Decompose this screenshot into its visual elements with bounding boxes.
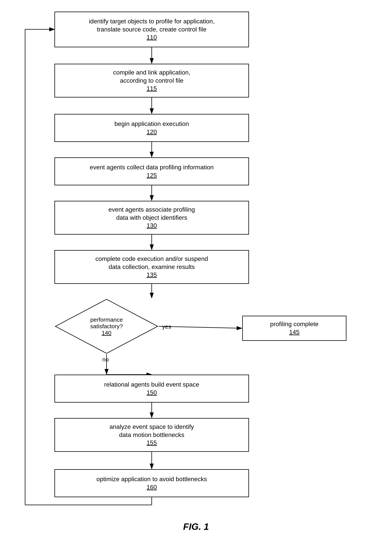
diamond-140: performance satisfactory? 140 — [54, 298, 159, 354]
box-110-line1: identify target objects to profile for a… — [89, 17, 215, 26]
box-135-ref: 135 — [146, 271, 157, 279]
box-110-ref: 110 — [146, 33, 157, 42]
box-120: begin application execution 120 — [54, 114, 249, 142]
box-115-line1: compile and link application, — [113, 69, 190, 77]
box-115: compile and link application, according … — [54, 64, 249, 98]
diamond-140-ref: 140 — [102, 330, 111, 336]
box-155: analyze event space to identify data mot… — [54, 418, 249, 452]
box-160-ref: 160 — [146, 483, 157, 491]
no-label: no — [102, 356, 109, 363]
yes-label: yes — [162, 323, 171, 330]
box-130-line1: event agents associate profiling — [108, 206, 195, 214]
box-150: relational agents build event space 150 — [54, 374, 249, 403]
box-155-line2: data motion bottlenecks — [119, 431, 184, 439]
box-125-ref: 125 — [146, 171, 157, 179]
box-160-line1: optimize application to avoid bottleneck… — [97, 475, 207, 483]
diamond-140-line1: performance — [90, 316, 123, 323]
box-110: identify target objects to profile for a… — [54, 11, 249, 47]
flowchart-container: identify target objects to profile for a… — [0, 0, 392, 521]
box-120-line1: begin application execution — [114, 120, 189, 128]
box-160: optimize application to avoid bottleneck… — [54, 469, 249, 497]
box-120-ref: 120 — [146, 128, 157, 136]
box-130-ref: 130 — [146, 222, 157, 230]
box-115-ref: 115 — [146, 85, 157, 93]
box-145-ref: 145 — [289, 328, 299, 336]
box-135-line2: data collection, examine results — [109, 263, 195, 271]
box-155-ref: 155 — [146, 439, 157, 447]
figure-caption: FIG. 1 — [0, 521, 392, 532]
box-110-line2: translate source code, create control fi… — [97, 26, 206, 34]
box-125-line1: event agents collect data profiling info… — [90, 163, 214, 171]
box-130: event agents associate profiling data wi… — [54, 201, 249, 235]
box-145: profiling complete 145 — [242, 316, 346, 341]
box-150-ref: 150 — [146, 389, 157, 397]
box-145-line1: profiling complete — [270, 320, 319, 328]
diamond-140-line2: satisfactory? — [90, 323, 123, 330]
box-150-line1: relational agents build event space — [104, 381, 199, 389]
box-130-line2: data with object identifiers — [116, 214, 187, 222]
box-155-line1: analyze event space to identify — [109, 423, 194, 431]
box-135-line1: complete code execution and/or suspend — [95, 255, 208, 263]
box-125: event agents collect data profiling info… — [54, 157, 249, 185]
box-115-line2: according to control file — [120, 77, 183, 85]
box-135: complete code execution and/or suspend d… — [54, 250, 249, 284]
